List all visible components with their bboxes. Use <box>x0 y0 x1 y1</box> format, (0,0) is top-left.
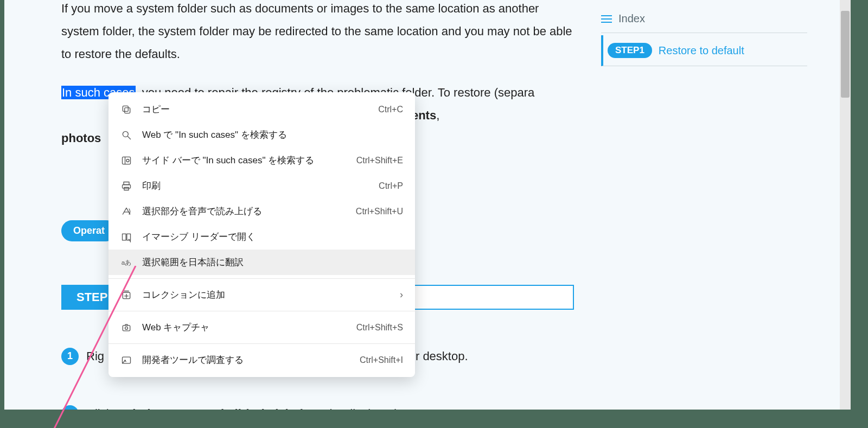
menu-shortcut: Ctrl+P <box>379 181 403 191</box>
svg-rect-7 <box>124 182 129 184</box>
svg-point-6 <box>126 159 129 162</box>
translate-icon: aあ <box>120 257 132 269</box>
menu-item-read-aloud[interactable]: 選択部分を音声で読み上げるCtrl+Shift+U <box>108 199 415 224</box>
menu-label: 印刷 <box>142 180 369 192</box>
scroll-thumb[interactable] <box>841 11 850 98</box>
menu-item-translate[interactable]: aあ選択範囲を日本語に翻訳 <box>108 250 415 275</box>
menu-shortcut: Ctrl+Shift+S <box>356 323 403 333</box>
index-label: Index <box>618 12 645 25</box>
menu-item-immersive-reader[interactable]: イマーシブ リーダーで開く <box>108 224 415 250</box>
menu-label: Web で "In such cases" を検索する <box>142 129 403 141</box>
menu-separator <box>108 343 415 344</box>
menu-separator <box>108 311 415 311</box>
item2-after: from the displayed menu. <box>296 407 433 410</box>
svg-rect-16 <box>123 325 130 330</box>
menu-label: コピー <box>142 103 368 116</box>
list-item-2: 2 Click “Windows PowerShell (Admin)” fro… <box>61 405 574 410</box>
menu-item-print[interactable]: 印刷Ctrl+P <box>108 173 415 199</box>
menu-label: 開発者ツールで調査する <box>142 354 350 366</box>
menu-label: 選択部分を音声で読み上げる <box>142 205 346 218</box>
copy-icon <box>120 104 132 116</box>
index-item-step1[interactable]: STEP1 Restore to default <box>601 35 807 66</box>
svg-rect-1 <box>123 106 128 111</box>
sidebar-search-icon <box>120 155 132 167</box>
collections-icon <box>120 289 132 301</box>
svg-line-3 <box>128 136 131 139</box>
paragraph-1: If you move a system folder such as docu… <box>61 0 574 65</box>
print-icon <box>120 180 132 192</box>
devtools-icon <box>120 354 132 366</box>
svg-point-17 <box>125 327 128 329</box>
index-link: Restore to default <box>659 44 744 57</box>
svg-rect-9 <box>124 187 129 190</box>
item2-text: Click “Windows PowerShell (Admin)” from … <box>86 407 433 410</box>
menu-shortcut: Ctrl+Shift+E <box>356 156 403 165</box>
index-step-pill: STEP1 <box>608 43 652 58</box>
menu-label: コレクションに追加 <box>142 289 390 301</box>
num-circle-2: 2 <box>61 405 79 410</box>
search-icon <box>120 129 132 141</box>
read-aloud-icon <box>120 206 132 218</box>
menu-item-copy[interactable]: コピーCtrl+C <box>108 97 415 122</box>
svg-point-2 <box>123 131 128 137</box>
menu-item-collections[interactable]: コレクションに追加› <box>108 282 415 308</box>
item2-before: Click <box>86 407 116 410</box>
svg-text:aあ: aあ <box>122 259 131 266</box>
menu-label: イマーシブ リーダーで開く <box>142 231 403 243</box>
menu-label: 選択範囲を日本語に翻訳 <box>142 256 403 269</box>
item1-before: Rig <box>86 349 104 363</box>
item2-bold: “Windows PowerShell (Admin)” <box>116 407 296 410</box>
menu-shortcut: Ctrl+Shift+U <box>356 207 403 216</box>
immersive-reader-icon <box>120 231 132 243</box>
menu-separator <box>108 278 415 279</box>
index-sidebar: Index STEP1 Restore to default <box>601 8 807 66</box>
menu-label: Web キャプチャ <box>142 321 347 334</box>
num-circle-1: 1 <box>61 348 79 365</box>
menu-shortcut: Ctrl+C <box>378 105 403 114</box>
menu-item-sidebar-search[interactable]: サイド バーで "In such cases" を検索するCtrl+Shift+… <box>108 148 415 173</box>
vertical-scrollbar[interactable] <box>840 0 851 410</box>
para2-sep2: , <box>436 108 439 122</box>
menu-label: サイド バーで "In such cases" を検索する <box>142 154 347 167</box>
index-header[interactable]: Index <box>601 8 807 33</box>
menu-item-search[interactable]: Web で "In such cases" を検索する <box>108 122 415 148</box>
hamburger-icon <box>601 15 612 23</box>
para2-bold-photos: photos <box>61 131 101 145</box>
chevron-right-icon: › <box>400 289 403 301</box>
menu-item-web-capture[interactable]: Web キャプチャCtrl+Shift+S <box>108 315 415 340</box>
menu-item-devtools[interactable]: 開発者ツールで調査するCtrl+Shift+I <box>108 347 415 373</box>
context-menu: コピーCtrl+CWeb で "In such cases" を検索するサイド … <box>108 92 415 377</box>
web-capture-icon <box>120 322 132 334</box>
menu-shortcut: Ctrl+Shift+I <box>360 355 403 365</box>
svg-rect-0 <box>125 107 130 113</box>
